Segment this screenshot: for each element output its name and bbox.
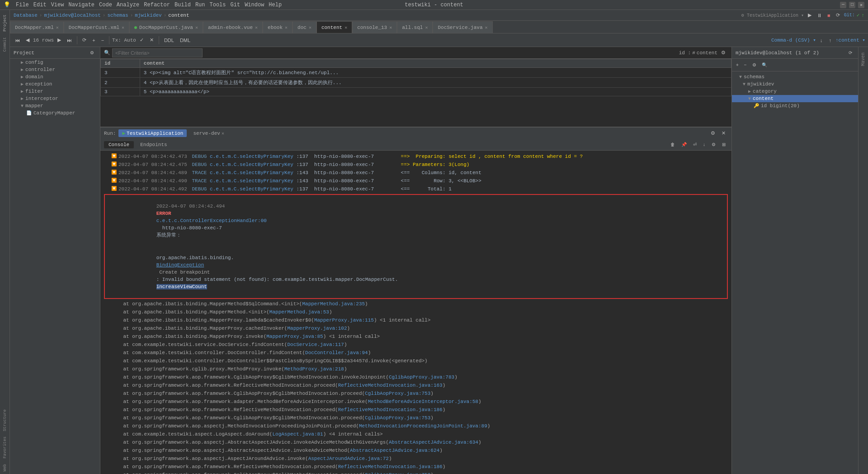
db-tree-category[interactable]: ▶ category	[732, 88, 858, 95]
console-wrap-btn[interactable]: ⏎	[691, 140, 699, 150]
db-new-btn[interactable]: +	[734, 60, 741, 70]
breadcrumb-database[interactable]: Database	[14, 13, 38, 18]
import-btn[interactable]: ↑	[826, 35, 834, 45]
db-tree-content[interactable]: ▼ content	[732, 95, 858, 102]
window-controls[interactable]: ─ □ ✕	[840, 2, 864, 8]
col-header-id[interactable]: id	[101, 59, 140, 68]
nav-prev-btn[interactable]: ◀	[24, 35, 32, 45]
breadcrumb-host[interactable]: mjwikidev@localhost	[44, 13, 100, 18]
db-filter-btn[interactable]: 🔍	[760, 60, 769, 70]
nav-last-btn[interactable]: ⏭	[65, 35, 74, 45]
tab-console13[interactable]: console_13 ✕	[352, 21, 397, 33]
git-label[interactable]: Git:	[844, 13, 855, 18]
run-app-tab[interactable]: ▶ TestwikiApplication	[118, 129, 187, 137]
tree-item-interceptor[interactable]: ▶ interceptor	[10, 95, 100, 102]
minimize-button[interactable]: ─	[840, 2, 846, 8]
project-settings-btn[interactable]: ⚙	[88, 48, 96, 58]
db-tree-schemas[interactable]: ▼ schemas	[732, 73, 858, 81]
tab-close[interactable]: ✕	[255, 25, 258, 30]
binding-exception-link[interactable]: BindingException	[156, 262, 204, 268]
breadcrumb-schemas[interactable]: schemas	[107, 13, 128, 18]
tree-item-mapper[interactable]: ▼ mapper	[10, 102, 100, 109]
menu-file[interactable]: File	[16, 2, 29, 8]
log-class[interactable]: c.e.t.m.C.selectByPrimaryKey	[210, 177, 293, 185]
log-class[interactable]: c.e.t.m.C.selectByPrimaryKey	[210, 169, 293, 176]
tree-item-category-mapper[interactable]: 📄 CategoryMapper	[10, 109, 100, 117]
dml-btn[interactable]: DML	[178, 35, 193, 45]
db-panel-refresh-btn[interactable]: ⟳	[846, 48, 854, 58]
console-expand-btn[interactable]: ⊞	[720, 140, 728, 150]
table-row[interactable]: 3 5 <p>aaaaaaaaaaaaa</p>	[101, 88, 731, 96]
log-class[interactable]: c.e.t.m.C.selectByPrimaryKey	[210, 153, 293, 160]
breadcrumb-schema[interactable]: mjwikidev	[135, 13, 161, 18]
col-header-content[interactable]: content	[140, 59, 731, 68]
tab-close[interactable]: ✕	[389, 25, 392, 30]
project-icon[interactable]: Project	[0, 12, 11, 34]
menu-window[interactable]: Window	[245, 2, 264, 8]
delete-row-btn[interactable]: −	[99, 35, 106, 45]
tab-close[interactable]: ✕	[344, 25, 347, 30]
console-gear-btn[interactable]: ⚙	[709, 140, 718, 150]
menu-bar[interactable]: File Edit View Navigate Code Analyze Ref…	[16, 2, 282, 8]
close-button[interactable]: ✕	[858, 2, 864, 8]
tx-commit-btn[interactable]: ✓	[137, 35, 146, 45]
run-serve-tab[interactable]: serve-dev ✕	[189, 130, 227, 137]
refresh-btn[interactable]: ⟳	[80, 35, 89, 45]
ddl-btn[interactable]: DDL	[162, 35, 176, 45]
menu-tools[interactable]: Tools	[210, 2, 226, 8]
nav-first-btn[interactable]: ⏮	[13, 35, 22, 45]
log-class[interactable]: c.e.t.m.C.selectByPrimaryKey	[210, 185, 293, 193]
create-breakpoint[interactable]: Create breakpoint	[156, 270, 213, 275]
console-settings-btn[interactable]: ⚙	[708, 128, 717, 138]
menu-analyze[interactable]: Analyze	[117, 2, 139, 8]
tree-item-config[interactable]: ▶ config	[10, 59, 100, 66]
db-app-selector[interactable]: ⚙ TestwikiApplication ▾	[741, 13, 804, 18]
structure-icon[interactable]: Structure	[0, 407, 11, 434]
menu-navigate[interactable]: Navigate	[68, 2, 94, 8]
tree-item-domain[interactable]: ▶ domain	[10, 73, 100, 81]
tab-close[interactable]: ✕	[309, 25, 311, 30]
db-tree-mjwikidev[interactable]: ▼ mjwikidev	[732, 81, 858, 88]
console-tab[interactable]: Console	[104, 141, 134, 148]
tab-close[interactable]: ✕	[195, 25, 198, 30]
tree-item-controller[interactable]: ▶ controller	[10, 66, 100, 73]
db-toolbar-btn-1[interactable]: ▶	[806, 10, 814, 20]
log-class[interactable]: c.e.t.m.C.selectByPrimaryKey	[210, 161, 293, 168]
menu-build[interactable]: Build	[175, 2, 191, 8]
tab-DocMapper[interactable]: DocMapper.xml ✕	[10, 21, 64, 33]
tab-close[interactable]: ✕	[425, 25, 428, 30]
serve-close[interactable]: ✕	[222, 131, 224, 136]
col-settings-btn[interactable]: ⚙	[719, 48, 728, 58]
tab-close[interactable]: ✕	[485, 25, 488, 30]
db-toolbar-btn-3[interactable]: ■	[825, 10, 833, 20]
tab-allsql[interactable]: all.sql ✕	[397, 21, 433, 33]
console-close-btn[interactable]: ✕	[719, 128, 728, 138]
tab-content[interactable]: content ✕	[316, 21, 352, 33]
tab-close[interactable]: ✕	[56, 25, 59, 30]
tab-DocService[interactable]: DocService.java ✕	[433, 21, 492, 33]
maven-tab[interactable]: Maven	[859, 49, 867, 70]
console-scroll-btn[interactable]: ↓	[701, 140, 708, 150]
add-row-btn[interactable]: +	[90, 35, 97, 45]
menu-help[interactable]: Help	[269, 2, 282, 8]
tab-admin-ebook[interactable]: admin-ebook.vue ✕	[203, 21, 263, 33]
menu-run[interactable]: Run	[195, 2, 205, 8]
menu-code[interactable]: Code	[99, 2, 112, 8]
tab-DocMapperCust-xml[interactable]: DocMapperCust.xml ✕	[64, 21, 129, 33]
tree-item-filter[interactable]: ▶ filter	[10, 88, 100, 95]
tab-close[interactable]: ✕	[285, 25, 288, 30]
endpoints-tab[interactable]: Endpoints	[136, 141, 171, 148]
tab-DocMapperCust-java[interactable]: DocMapperCust.java ✕	[129, 21, 203, 33]
filter-input[interactable]	[112, 48, 203, 57]
command-csv-btn[interactable]: Comma-d (CSV) ▾	[771, 37, 816, 43]
tab-ebook[interactable]: ebook ✕	[263, 21, 292, 33]
console-clear-btn[interactable]: 🗑	[668, 140, 677, 150]
menu-edit[interactable]: Edit	[33, 2, 47, 8]
commit-icon[interactable]: Commit	[0, 34, 11, 54]
content-selector[interactable]: ↑content ▾	[835, 37, 865, 43]
favorites-icon[interactable]: Favorites	[0, 434, 11, 461]
menu-git[interactable]: Git	[231, 2, 241, 8]
tx-rollback-btn[interactable]: ✕	[147, 35, 156, 45]
maximize-button[interactable]: □	[849, 2, 855, 8]
menu-refactor[interactable]: Refactor	[144, 2, 170, 8]
